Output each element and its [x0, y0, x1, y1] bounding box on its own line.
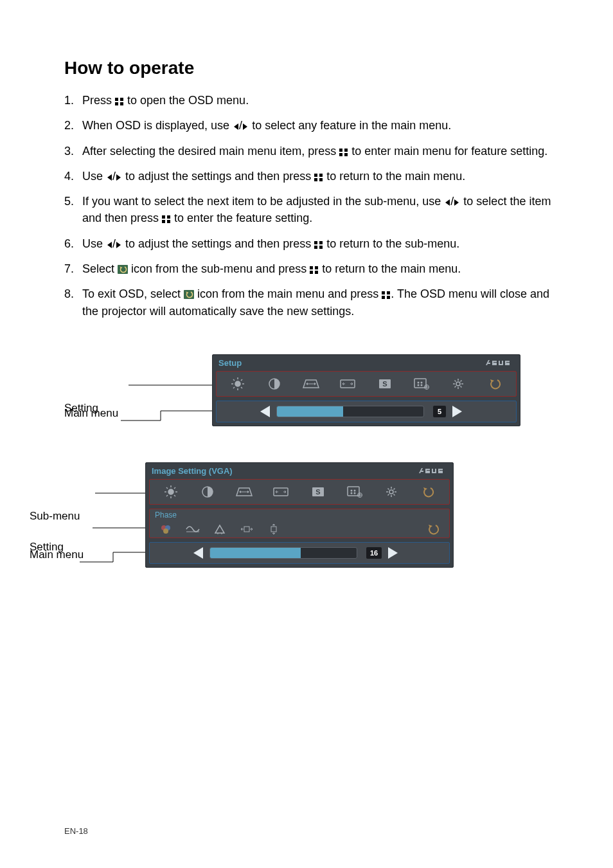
setup-icon [445, 374, 471, 393]
back-icon [482, 374, 508, 393]
instruction-step: 8.To exit OSD, select icon from the main… [64, 286, 552, 319]
splendid-icon: S [372, 374, 398, 393]
right-icon [454, 195, 460, 210]
menu-icon [339, 145, 348, 160]
svg-rect-23 [310, 271, 313, 274]
svg-line-74 [455, 386, 456, 387]
right-icon [242, 119, 249, 134]
svg-line-52 [233, 379, 235, 381]
osd-figure-2: Main menu Image Setting (VGA) S [30, 462, 552, 554]
sub-menu-title: Phase [150, 511, 449, 521]
menu-icon [115, 94, 124, 109]
svg-point-47 [235, 381, 240, 386]
svg-rect-130 [271, 527, 276, 532]
left-icon [233, 119, 239, 134]
keystone-icon [298, 374, 324, 393]
svg-point-109 [350, 489, 352, 491]
left-icon [106, 170, 112, 185]
slider-bar-2: 16 [149, 542, 450, 564]
setup-icon [378, 482, 404, 502]
menu-icon [314, 170, 323, 185]
svg-rect-129 [244, 527, 249, 532]
svg-point-112 [353, 492, 355, 494]
svg-rect-12 [162, 215, 165, 219]
slider-bar-1: 5 [216, 401, 517, 422]
svg-rect-9 [319, 174, 323, 177]
svg-line-54 [233, 387, 235, 388]
svg-rect-18 [314, 246, 317, 249]
svg-rect-19 [319, 246, 323, 249]
brightness-icon [225, 374, 251, 393]
svg-rect-24 [315, 271, 318, 274]
svg-text:S: S [315, 488, 320, 496]
osd-figure-1: Main menu Setup S [64, 354, 552, 415]
contrast-icon [262, 374, 287, 393]
slider-value-1: 5 [433, 406, 446, 417]
vposition-icon [260, 523, 287, 536]
aspect-icon [335, 374, 360, 393]
svg-line-121 [388, 494, 389, 495]
contrast-icon [195, 482, 220, 502]
slider-left-arrow[interactable] [260, 406, 270, 417]
svg-line-122 [394, 488, 395, 489]
menu-icon [382, 287, 391, 303]
svg-rect-8 [314, 174, 317, 177]
back-box-icon [118, 262, 128, 278]
instruction-step: 5.If you want to select the next item to… [64, 194, 552, 228]
splendid-icon: S [305, 482, 331, 502]
left-icon [444, 195, 450, 210]
image-setting-icon [409, 374, 434, 393]
svg-rect-26 [382, 291, 385, 294]
image-setting-icon [342, 482, 368, 502]
slider-track-1[interactable] [276, 406, 424, 417]
slider-value-2: 16 [366, 547, 382, 559]
svg-point-114 [389, 490, 393, 494]
instruction-step: 7.Select icon from the sub-menu and pres… [64, 261, 552, 278]
slider-right-arrow[interactable] [388, 547, 398, 559]
instruction-step: 3.After selecting the desired main menu … [64, 143, 552, 160]
svg-rect-88 [432, 472, 436, 473]
slider-left-arrow[interactable] [193, 547, 203, 559]
keystone-icon [231, 482, 257, 502]
phase-icon [179, 524, 206, 534]
svg-rect-10 [314, 178, 317, 181]
color-icon [152, 523, 179, 535]
svg-rect-93 [438, 472, 443, 473]
svg-line-101 [166, 495, 168, 496]
svg-rect-7 [344, 153, 348, 156]
asus-logo-icon [484, 357, 514, 369]
label-sub-menu: Sub-menu [30, 510, 113, 523]
right-icon [116, 237, 122, 253]
svg-rect-85 [425, 472, 430, 473]
svg-line-100 [174, 495, 175, 496]
menu-icon [314, 237, 323, 253]
svg-line-53 [241, 387, 242, 388]
page-title: How to operate [64, 58, 552, 78]
svg-line-72 [455, 380, 456, 381]
frequency-icon [206, 524, 233, 534]
svg-rect-28 [382, 296, 385, 299]
svg-point-62 [417, 381, 419, 383]
slider-right-arrow[interactable] [452, 406, 462, 417]
svg-text:S: S [382, 380, 387, 388]
svg-rect-46 [505, 364, 510, 365]
svg-rect-11 [319, 178, 323, 181]
label-setting-1: Setting [64, 402, 148, 415]
hposition-icon [233, 524, 260, 534]
svg-line-99 [166, 487, 168, 489]
svg-point-125 [163, 529, 168, 534]
svg-rect-5 [344, 149, 348, 152]
asus-logo-icon [418, 466, 447, 477]
svg-rect-15 [167, 220, 170, 223]
svg-rect-22 [315, 266, 318, 269]
svg-rect-21 [310, 266, 313, 269]
slider-track-2[interactable] [209, 547, 357, 559]
instruction-step: 6.Use / to adjust the settings and then … [64, 236, 552, 253]
svg-rect-16 [314, 241, 317, 244]
svg-rect-4 [339, 149, 342, 152]
page-footer: EN-18 [64, 826, 88, 836]
svg-rect-41 [499, 364, 503, 365]
svg-rect-13 [167, 215, 170, 219]
svg-line-120 [394, 494, 395, 495]
menu-icon [162, 212, 171, 227]
